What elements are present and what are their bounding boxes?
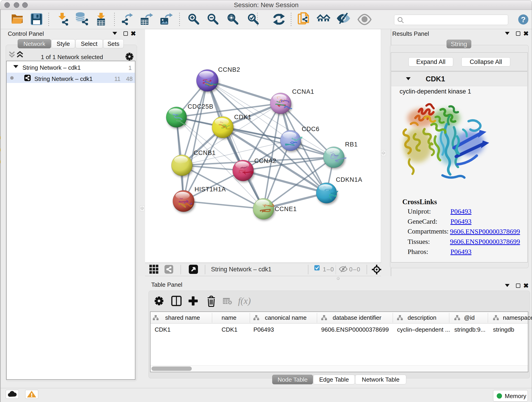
svg-text:CCNA1: CCNA1 [292,88,314,95]
svg-text:CDK1: CDK1 [234,114,252,121]
svg-text:?: ? [521,15,526,24]
svg-text:CDKN1A: CDKN1A [336,176,362,183]
svg-text:CCNA2: CCNA2 [254,157,277,164]
svg-text:CDC6: CDC6 [302,126,320,133]
svg-text:CCNB2: CCNB2 [218,66,240,73]
svg-text:CCNE1: CCNE1 [275,206,297,212]
svg-text:HIST1H1A: HIST1H1A [195,186,226,193]
svg-text:RB1: RB1 [345,141,358,148]
svg-text:CDC25B: CDC25B [188,103,214,110]
svg-text:CCNB1: CCNB1 [194,149,216,156]
svg-text:f(x): f(x) [238,296,251,306]
